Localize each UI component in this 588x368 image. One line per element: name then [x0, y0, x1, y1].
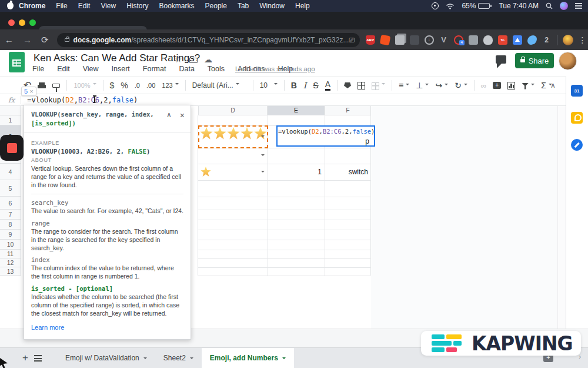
keep-icon[interactable]: [571, 112, 583, 124]
text-rotation-icon[interactable]: ↻: [455, 81, 467, 89]
chrome-profile-avatar[interactable]: [563, 35, 573, 45]
sheet-tab-emoji-add-numbers[interactable]: Emoji, add Numbers: [202, 348, 294, 368]
number-format-menu[interactable]: 123: [162, 82, 178, 89]
location-icon[interactable]: [432, 2, 439, 9]
zoom-select[interactable]: 100%: [74, 82, 96, 89]
tasks-icon[interactable]: [571, 139, 583, 151]
all-sheets-icon[interactable]: [34, 355, 42, 362]
extension-v-icon[interactable]: V: [439, 35, 449, 45]
horizontal-align-icon[interactable]: ≡: [399, 81, 409, 89]
row-header-4[interactable]: 4: [0, 164, 21, 180]
increase-decimal-icon[interactable]: .00: [146, 82, 155, 89]
row-header-9[interactable]: 9: [0, 230, 21, 240]
decrease-decimal-icon[interactable]: .0: [135, 82, 140, 89]
cell-e4[interactable]: 1: [268, 168, 322, 176]
popup-close-icon[interactable]: ×: [180, 111, 185, 120]
dropdown-arrow-d4[interactable]: [261, 171, 265, 174]
strikethrough-icon[interactable]: S: [313, 81, 318, 89]
minimize-window-button[interactable]: [19, 19, 25, 26]
sheet-tab-emoji-datavalidation[interactable]: Emoji w/ DataValidation: [57, 348, 155, 368]
bookmark-star-icon[interactable]: ☆: [359, 36, 360, 44]
chrome-menu-icon[interactable]: ⋮: [579, 35, 587, 45]
zoom-window-button[interactable]: [29, 19, 36, 26]
collapse-toolbar-icon[interactable]: ∧: [550, 81, 556, 89]
row-header-1[interactable]: 1: [0, 115, 21, 125]
sheets-menu-format[interactable]: Format: [143, 65, 166, 73]
font-family-select[interactable]: Default (Ari...: [192, 82, 246, 89]
apple-icon[interactable]: [7, 2, 14, 9]
last-edit-link[interactable]: Last edit was seconds ago: [235, 65, 315, 72]
italic-icon[interactable]: I: [303, 81, 307, 89]
extension-target-icon[interactable]: 4: [454, 35, 463, 45]
share-button[interactable]: Share: [515, 53, 554, 68]
bold-icon[interactable]: B: [291, 81, 297, 89]
learn-more-link[interactable]: Learn more: [31, 324, 183, 331]
vertical-scrollbar[interactable]: [557, 106, 566, 329]
row-header-10[interactable]: 10: [0, 240, 21, 250]
row-header-11[interactable]: 11: [0, 250, 21, 258]
column-header-e[interactable]: E: [268, 106, 325, 115]
row-header-8[interactable]: 8: [0, 220, 21, 230]
notification-center-icon[interactable]: [575, 3, 582, 9]
menu-edit[interactable]: Edit: [78, 2, 91, 10]
popup-collapse-icon[interactable]: ∧: [166, 111, 172, 120]
address-bar[interactable]: docs.google.com/spreadsheets/d/1CTVq_YHN…: [57, 33, 360, 47]
extension-todoist-icon[interactable]: To: [498, 35, 507, 45]
menu-file[interactable]: File: [56, 2, 67, 10]
filter-icon[interactable]: [522, 81, 534, 90]
menu-help[interactable]: Help: [295, 2, 310, 10]
dropdown-arrow-d2[interactable]: [261, 135, 265, 139]
move-folder-icon[interactable]: [189, 55, 198, 64]
insert-comment-icon[interactable]: +: [493, 82, 501, 89]
extension-pages-icon[interactable]: [395, 35, 405, 45]
siri-icon[interactable]: [560, 2, 568, 10]
insert-link-icon[interactable]: ∞: [481, 81, 486, 90]
row-header-7[interactable]: 7: [0, 210, 21, 220]
borders-icon[interactable]: [358, 82, 365, 89]
extension-adblock-icon[interactable]: ABP: [366, 35, 375, 45]
paint-format-icon[interactable]: [52, 84, 60, 88]
row-header-5[interactable]: 5: [0, 180, 21, 197]
extension-hand-icon[interactable]: [483, 35, 493, 45]
extension-gif-icon[interactable]: [410, 35, 419, 45]
menu-history[interactable]: History: [126, 2, 148, 10]
insert-chart-icon[interactable]: [507, 82, 515, 89]
cast-icon[interactable]: ⎚: [349, 36, 355, 44]
extension-icon[interactable]: [379, 34, 390, 45]
lock-icon[interactable]: [65, 38, 69, 42]
merge-cells-icon[interactable]: [372, 81, 385, 89]
percent-format-icon[interactable]: %: [121, 81, 128, 89]
print-icon[interactable]: [38, 82, 46, 89]
add-sheet-button[interactable]: +: [22, 352, 28, 364]
text-wrap-icon[interactable]: ↪: [435, 81, 448, 89]
reload-button[interactable]: ⟳: [41, 35, 49, 45]
forward-button[interactable]: →: [23, 35, 32, 45]
font-size-select[interactable]: 10: [260, 82, 278, 89]
dropdown-arrow-d3[interactable]: [261, 154, 265, 158]
menu-window[interactable]: Window: [259, 2, 285, 10]
extension-drive-icon[interactable]: [513, 35, 522, 45]
extension-icon[interactable]: [469, 35, 478, 45]
currency-format-icon[interactable]: $: [110, 81, 115, 89]
grid-corner[interactable]: [0, 106, 21, 115]
sheets-menu-tools[interactable]: Tools: [208, 65, 225, 73]
vertical-align-icon[interactable]: ⊥: [416, 81, 429, 89]
recording-stop-button[interactable]: [0, 135, 24, 161]
sheets-menu-file[interactable]: File: [32, 65, 44, 73]
star-document-icon[interactable]: ☆: [175, 55, 182, 64]
column-header-d[interactable]: D: [198, 106, 268, 115]
menubar-clock[interactable]: Tue 7:40 AM: [499, 2, 539, 10]
fill-color-icon[interactable]: [344, 82, 351, 88]
sheet-tab-sheet2[interactable]: Sheet2: [155, 348, 202, 368]
extension-download-icon[interactable]: ↓: [425, 35, 434, 45]
formula-input[interactable]: =vlookup(D2,B2:C6,2,false): [27, 96, 138, 104]
comment-history-icon[interactable]: [496, 55, 506, 64]
sheets-logo-icon[interactable]: [9, 52, 25, 72]
back-button[interactable]: ←: [5, 35, 14, 45]
extension-session-icon[interactable]: 2: [542, 35, 552, 45]
cell-d4-star[interactable]: [201, 167, 211, 177]
spotlight-icon[interactable]: [546, 2, 553, 9]
menu-tab[interactable]: Tab: [238, 2, 249, 10]
menu-chrome[interactable]: Chrome: [19, 2, 45, 10]
row-header-13[interactable]: 13: [0, 267, 21, 276]
